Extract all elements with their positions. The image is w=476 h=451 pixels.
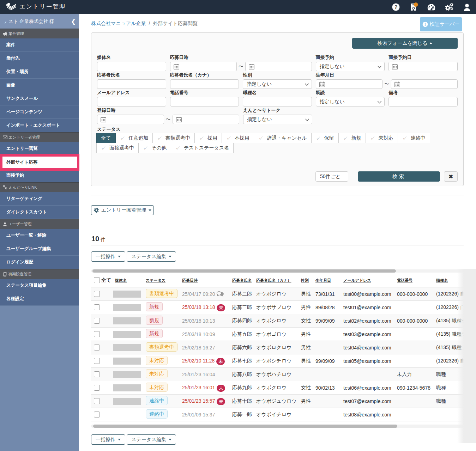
svg-text:?: ? [394,4,397,10]
